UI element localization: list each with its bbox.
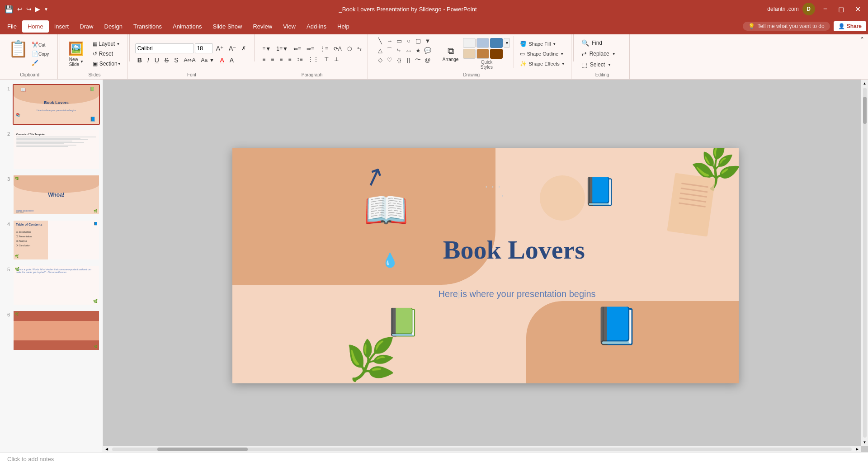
columns-btn[interactable]: ⋮≡ xyxy=(317,45,330,53)
align-left-btn[interactable]: ≡ xyxy=(260,55,268,63)
tab-animations[interactable]: Animations xyxy=(167,20,207,33)
underline-button[interactable]: U xyxy=(152,56,161,65)
scroll-left-btn[interactable]: ◀ xyxy=(103,446,110,453)
shape-bracket[interactable]: [] xyxy=(404,55,413,64)
tell-me-input[interactable]: 💡 Tell me what you want to do xyxy=(743,22,830,31)
scroll-right-btn[interactable]: ▶ xyxy=(854,446,861,453)
convert-btn[interactable]: ⇆ xyxy=(355,45,364,53)
slide-image-1[interactable]: 📖 📗 📚 📘 Book Lovers Here is where your p… xyxy=(13,84,100,125)
scroll-thumb-v[interactable] xyxy=(863,97,867,124)
slide-thumb-6[interactable]: 6 🌿 🌿 xyxy=(2,309,101,352)
tab-file[interactable]: File xyxy=(2,20,22,33)
arrange-button[interactable]: ⧉ Arrange xyxy=(440,44,462,64)
change-case-btn[interactable]: Aa ▼ xyxy=(198,56,217,64)
collapse-ribbon-btn[interactable]: ⌃ xyxy=(858,34,866,44)
shape-triangle[interactable]: △ xyxy=(376,46,385,55)
shape-arc[interactable]: ⌓ xyxy=(404,46,413,55)
save-icon[interactable]: 💾 xyxy=(5,5,14,14)
slide-main-title[interactable]: Book Lovers xyxy=(443,234,585,264)
shape-line[interactable]: ╲ xyxy=(376,36,385,45)
present-icon[interactable]: ▶ xyxy=(35,5,40,13)
slide-image-5[interactable]: "This is a quote. Words full of wisdom t… xyxy=(13,265,100,306)
slide-thumb-5[interactable]: 5 "This is a quote. Words full of wisdom… xyxy=(2,264,101,306)
restore-btn[interactable]: ◻ xyxy=(835,5,847,14)
tab-insert[interactable]: Insert xyxy=(49,20,75,33)
layout-button[interactable]: ▦ Layout ▼ xyxy=(90,40,123,48)
tab-addins[interactable]: Add-ins xyxy=(301,20,332,33)
shape-circle[interactable]: ○ xyxy=(404,36,413,45)
shape-rect[interactable]: ▭ xyxy=(395,36,404,45)
font-color-btn[interactable]: A xyxy=(217,56,226,65)
shape-heart[interactable]: ♡ xyxy=(385,55,394,64)
slide-thumb-2[interactable]: 2 Contents of This Template xyxy=(2,128,101,171)
font-size-box[interactable]: 18 xyxy=(195,43,213,53)
scroll-down-arrow[interactable]: ▼ xyxy=(861,438,868,446)
reset-button[interactable]: ↺ Reset xyxy=(90,50,123,58)
align-right-btn[interactable]: ≡ xyxy=(277,55,285,63)
char-spacing-btn[interactable]: A⇔A xyxy=(181,56,198,64)
tab-view[interactable]: View xyxy=(278,20,301,33)
justify-btn[interactable]: ≡ xyxy=(286,55,293,63)
slide-thumb-3[interactable]: 3 Whoa! some text here sub text 🌿 🌿 xyxy=(2,174,101,216)
tab-slideshow[interactable]: Slide Show xyxy=(207,20,247,33)
bold-button[interactable]: B xyxy=(135,56,144,65)
align-center-btn[interactable]: ≡ xyxy=(269,55,276,63)
highlight-btn[interactable]: A xyxy=(227,56,236,65)
shape-outline-button[interactable]: ▭ Shape Outline ▼ xyxy=(518,50,567,58)
shape-star[interactable]: ★ xyxy=(414,46,423,55)
slide-image-2[interactable]: Contents of This Template xyxy=(13,129,100,170)
shape-spiral[interactable]: @ xyxy=(423,55,432,64)
shape-arrow[interactable]: → xyxy=(385,36,394,45)
bullets-btn[interactable]: ≡▼ xyxy=(260,45,273,53)
shape-curve[interactable]: ⌒ xyxy=(385,46,394,55)
shape-brace[interactable]: {} xyxy=(395,55,404,64)
increase-indent-btn[interactable]: ⇒≡ xyxy=(304,45,316,53)
font-name-box[interactable]: Calibri xyxy=(135,43,194,53)
slide-thumb-4[interactable]: 4 Table of Contents 01 Introduction 02 P… xyxy=(2,219,101,261)
qs-item-6[interactable] xyxy=(490,49,503,59)
qs-item-3[interactable] xyxy=(490,38,503,48)
shape-more[interactable]: ▼ xyxy=(423,36,432,45)
tab-draw[interactable]: Draw xyxy=(74,20,99,33)
slide-subtitle[interactable]: Here is where your presentation begins xyxy=(439,289,596,299)
minimize-btn[interactable]: − xyxy=(821,5,830,13)
undo-icon[interactable]: ↩ xyxy=(17,5,23,13)
decrease-font-btn[interactable]: A⁻ xyxy=(226,44,238,53)
decrease-indent-btn[interactable]: ⇐≡ xyxy=(291,45,303,53)
align-top-btn[interactable]: ⊤ xyxy=(322,55,331,63)
new-slide-button[interactable]: 🖼️ NewSlide ▼ xyxy=(66,39,87,69)
redo-icon[interactable]: ↪ xyxy=(26,5,32,13)
scroll-thumb-h[interactable] xyxy=(157,448,248,451)
shape-effects-button[interactable]: ✨ Shape Effects ▼ xyxy=(518,60,567,68)
text-shadow-button[interactable]: S xyxy=(172,56,180,65)
align-middle-btn[interactable]: ⊥ xyxy=(332,55,341,63)
tab-home[interactable]: Home xyxy=(22,20,49,33)
strikethrough-button[interactable]: S xyxy=(162,56,171,65)
paste-button[interactable]: 📋 ✂️ Cut 📄 Copy 🖌️ xyxy=(5,39,54,69)
tab-review[interactable]: Review xyxy=(247,20,278,33)
replace-button[interactable]: ⇄ Replace ▼ xyxy=(579,49,618,58)
qs-item-5[interactable] xyxy=(476,49,489,59)
slide-image-3[interactable]: Whoa! some text here sub text 🌿 🌿 xyxy=(13,174,100,215)
format-painter-button[interactable]: 🖌️ xyxy=(29,59,51,67)
shape-callout[interactable]: 💬 xyxy=(423,46,432,55)
select-button[interactable]: ⬚ Select ▼ xyxy=(579,60,618,69)
shape-diamond[interactable]: ◇ xyxy=(376,55,385,64)
scroll-up-arrow[interactable]: ▲ xyxy=(861,80,868,87)
avatar[interactable]: D xyxy=(802,3,815,15)
tab-help[interactable]: Help xyxy=(332,20,355,33)
qs-item-4[interactable] xyxy=(463,49,476,59)
copy-button[interactable]: 📄 Copy xyxy=(29,50,51,58)
text-columns-btn[interactable]: ⋮⋮ xyxy=(306,55,321,63)
slide-image-4[interactable]: Table of Contents 01 Introduction 02 Pre… xyxy=(13,220,100,260)
qs-dropdown[interactable]: ▼ xyxy=(504,38,510,48)
numbering-btn[interactable]: 1≡▼ xyxy=(274,45,290,53)
italic-button[interactable]: I xyxy=(145,56,151,65)
qs-item-2[interactable] xyxy=(476,38,489,48)
smartart-btn[interactable]: ⬡ xyxy=(345,45,354,53)
notes-area[interactable]: Click to add notes xyxy=(0,452,868,462)
close-btn[interactable]: ✕ xyxy=(852,5,863,14)
line-spacing-btn[interactable]: ↕≡ xyxy=(294,55,305,63)
shape-wave[interactable]: 〜 xyxy=(414,55,423,64)
shape-rounded[interactable]: ▢ xyxy=(414,36,423,45)
